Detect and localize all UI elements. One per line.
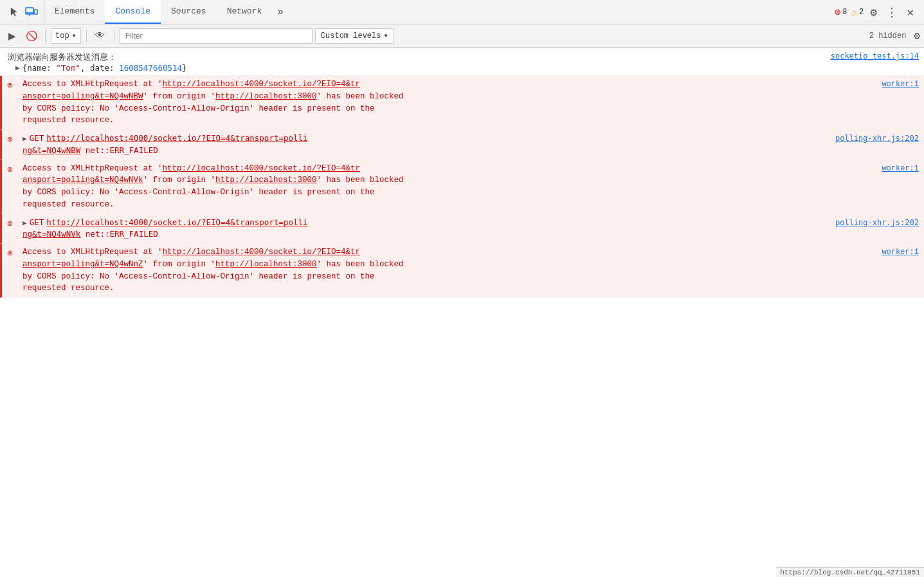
error-icon-2: ⊗ — [7, 163, 12, 177]
error-log-content-3: Access to XMLHttpRequest at 'http://loca… — [23, 246, 919, 295]
error-link-2b[interactable]: ansport=polling&t=NQ4wNVk — [23, 176, 143, 185]
tabs-container: Elements Console Sources Network » — [44, 0, 829, 24]
error-log-content-2: Access to XMLHttpRequest at 'http://loca… — [23, 163, 919, 211]
error-link-1b[interactable]: ansport=polling&t=NQ4wNBW — [23, 92, 143, 101]
tab-console[interactable]: Console — [105, 0, 161, 24]
block-button[interactable]: 🚫 — [23, 28, 40, 44]
info-log-text: 浏览器端向服务器发送消息： — [8, 51, 116, 63]
chevron-down-icon-levels: ▾ — [383, 31, 388, 41]
error-log-content-1: Access to XMLHttpRequest at 'http://loca… — [23, 78, 919, 127]
error-log-entry-3: ⊗ Access to XMLHttpRequest at 'http://lo… — [0, 244, 924, 298]
get-toggle-2[interactable]: ▶ — [23, 218, 27, 229]
get-link-suffix-2[interactable]: ng&t=NQ4wNVk — [23, 229, 80, 239]
tab-bar-right: ⊗ 8 ⚠ 2 ⚙ ⋮ ✕ — [829, 3, 921, 22]
get-link-suffix-1[interactable]: ng&t=NQ4wNBW — [23, 145, 80, 155]
context-selector[interactable]: top ▾ — [51, 28, 81, 44]
get-link-2[interactable]: http://localhost:4000/socket.io/?EIO=4&t… — [46, 217, 307, 229]
eye-button[interactable]: 👁 — [92, 28, 109, 44]
tab-sources[interactable]: Sources — [161, 0, 217, 24]
tab-bar: Elements Console Sources Network » ⊗ 8 ⚠… — [0, 0, 924, 24]
error-origin-1[interactable]: http://localhost:3000 — [215, 92, 317, 101]
get-error-entry-2: ⊗ ▶ GET http://localhost:4000/socket.io/… — [0, 214, 924, 244]
device-icon[interactable] — [24, 5, 39, 19]
toolbar-settings-icon[interactable]: ⚙ — [914, 30, 920, 42]
error-count[interactable]: ⊗ 8 — [835, 6, 847, 19]
warn-triangle-icon: ⚠ — [851, 6, 857, 19]
get-source-1[interactable]: polling-xhr.js:202 — [825, 133, 919, 144]
devtools-icons — [3, 0, 44, 24]
tab-network[interactable]: Network — [217, 0, 273, 24]
info-log-detail[interactable]: ▶ {name: "Tom", date: 1608547660514} — [8, 63, 919, 73]
error-log-entry-1: ⊗ Access to XMLHttpRequest at 'http://lo… — [0, 76, 924, 130]
toggle-arrow-icon: ▶ — [15, 64, 20, 72]
error-source-2[interactable]: worker:1 — [871, 163, 919, 174]
chevron-down-icon: ▾ — [72, 31, 77, 41]
settings-icon[interactable]: ⚙ — [867, 3, 880, 22]
error-icon-get1: ⊗ — [7, 133, 12, 147]
cursor-icon[interactable] — [8, 5, 22, 19]
svg-rect-1 — [34, 10, 37, 14]
get-error-entry-1: ⊗ ▶ GET http://localhost:4000/socket.io/… — [0, 130, 924, 160]
error-log-entry-2: ⊗ Access to XMLHttpRequest at 'http://lo… — [0, 160, 924, 214]
status-bar: https://blog.csdn.net/qq_42711051 — [776, 567, 924, 577]
error-icon-get2: ⊗ — [7, 217, 12, 231]
warn-count[interactable]: ⚠ 2 — [851, 6, 864, 19]
error-link-1a[interactable]: http://localhost:4000/socket.io/?EIO=4&t… — [163, 80, 361, 89]
error-icon-3: ⊗ — [7, 247, 12, 261]
error-icon-1: ⊗ — [7, 79, 12, 93]
error-link-2a[interactable]: http://localhost:4000/socket.io/?EIO=4&t… — [163, 164, 361, 173]
tab-elements[interactable]: Elements — [44, 0, 105, 24]
separator-3 — [114, 30, 114, 42]
separator-1 — [45, 30, 46, 42]
console-toolbar: ▶ 🚫 top ▾ 👁 Custom levels ▾ 2 hidden ⚙ — [0, 24, 924, 48]
info-log-entry: 浏览器端向服务器发送消息： socketio_test.js:14 ▶ {nam… — [0, 48, 924, 76]
get-toggle-1[interactable]: ▶ — [23, 134, 27, 145]
get-source-2[interactable]: polling-xhr.js:202 — [825, 217, 919, 228]
error-link-3b[interactable]: ansport=polling&t=NQ4wNnZ — [23, 260, 143, 269]
close-icon[interactable]: ✕ — [904, 3, 916, 22]
info-log-source[interactable]: socketio_test.js:14 — [831, 51, 919, 60]
get-link-1[interactable]: http://localhost:4000/socket.io/?EIO=4&t… — [46, 133, 307, 145]
more-vertical-icon[interactable]: ⋮ — [883, 3, 900, 22]
error-origin-3[interactable]: http://localhost:3000 — [215, 260, 317, 269]
hidden-count: 2 hidden — [864, 32, 912, 41]
get-log-content-1: ▶ GET http://localhost:4000/socket.io/?E… — [23, 133, 919, 157]
get-log-content-2: ▶ GET http://localhost:4000/socket.io/?E… — [23, 217, 919, 241]
separator-2 — [86, 30, 87, 42]
error-circle-icon: ⊗ — [835, 6, 841, 19]
error-origin-2[interactable]: http://localhost:3000 — [215, 176, 317, 185]
error-link-3a[interactable]: http://localhost:4000/socket.io/?EIO=4&t… — [163, 248, 361, 257]
custom-levels-button[interactable]: Custom levels ▾ — [315, 28, 394, 44]
error-source-1[interactable]: worker:1 — [871, 78, 919, 90]
console-content: 浏览器端向服务器发送消息： socketio_test.js:14 ▶ {nam… — [0, 48, 924, 577]
play-button[interactable]: ▶ — [4, 28, 21, 44]
filter-input[interactable] — [120, 28, 313, 44]
error-source-3[interactable]: worker:1 — [871, 246, 919, 258]
tab-more-button[interactable]: » — [272, 0, 289, 24]
